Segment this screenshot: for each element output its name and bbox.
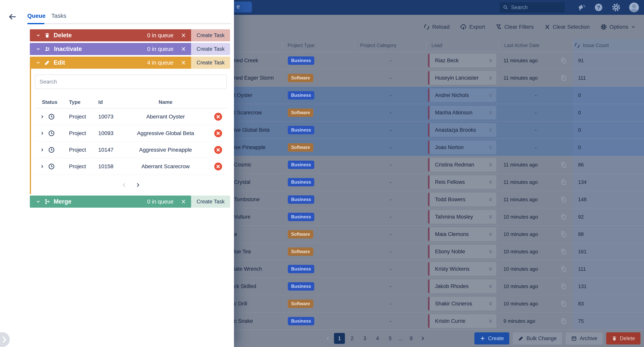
next-page-button[interactable] (418, 333, 427, 344)
queue-bar-inactivate-header[interactable]: Inactivate 0 in queue (30, 43, 191, 55)
archive-button[interactable]: Archive (566, 332, 603, 344)
table-row[interactable]: t Oyster Business - Andrei Nichols - 0 (234, 87, 644, 104)
table-row[interactable]: ck Skilled Business - Jakob Rhodes 10 mi… (234, 278, 644, 295)
column-header-last-active[interactable]: Last Active Date (499, 39, 573, 52)
lead-dropdown[interactable]: Kristy Wickens (428, 262, 496, 276)
lead-dropdown[interactable]: Kristin Currie (428, 314, 496, 328)
table-row[interactable]: ive Global Beta Business - Anastazja Bro… (234, 121, 644, 139)
lead-dropdown[interactable]: Jakob Rhodes (428, 279, 496, 293)
copy-icon[interactable] (560, 179, 567, 186)
user-avatar[interactable] (629, 3, 639, 12)
next-page-icon[interactable] (135, 182, 141, 188)
create-task-button[interactable]: Create Task (191, 29, 230, 41)
lead-dropdown[interactable]: Joao Norton (428, 141, 496, 154)
table-row[interactable]: a Software - Maia Clemons 10 minutes ago… (234, 226, 644, 243)
tab-tasks[interactable]: Tasks (51, 13, 66, 19)
remove-item-button[interactable] (214, 162, 222, 171)
remove-item-button[interactable] (214, 146, 222, 154)
table-row[interactable]: t Scarecrow Software - Manha Atkinson - … (234, 104, 644, 121)
options-button[interactable]: Options (600, 24, 636, 30)
page-button[interactable]: 4 (372, 333, 383, 344)
copy-icon[interactable] (560, 317, 567, 324)
chevron-down-icon[interactable] (36, 33, 41, 38)
lead-dropdown[interactable]: Andrei Nichols (428, 88, 496, 102)
column-header-project-type[interactable]: Project Type (282, 39, 355, 52)
previous-page-icon[interactable] (121, 182, 127, 188)
remove-item-button[interactable] (214, 112, 222, 121)
lead-dropdown[interactable]: Huseyin Lancaster (428, 71, 496, 85)
megaphone-icon[interactable] (577, 3, 586, 12)
remove-item-button[interactable] (214, 129, 222, 138)
copy-icon[interactable] (560, 248, 567, 255)
copy-icon[interactable] (560, 74, 567, 81)
table-row[interactable]: c Drill Software - Shakir Cisneros 10 mi… (234, 295, 644, 312)
lead-dropdown[interactable]: Tahmina Mosley (428, 210, 496, 224)
lead-dropdown[interactable]: Cristina Redman (428, 158, 496, 172)
table-row[interactable]: ned Creek Business - Riaz Beck 11 minute… (234, 52, 644, 69)
table-row[interactable]: Crystal Business - Reis Fellows 11 minut… (234, 174, 644, 191)
lead-dropdown[interactable]: Shakir Cisneros (428, 297, 496, 310)
table-row[interactable]: ned Eager Storm Software - Huseyin Lanca… (234, 69, 644, 87)
create-button[interactable]: Create (474, 332, 509, 344)
expand-chevron-icon[interactable] (40, 131, 44, 135)
copy-icon[interactable] (560, 213, 567, 220)
column-header-lead[interactable]: Lead (426, 39, 499, 52)
reload-button[interactable]: Reload (424, 24, 450, 30)
lead-dropdown[interactable]: Maia Clemons (428, 227, 496, 241)
copy-icon[interactable] (560, 265, 567, 272)
table-row[interactable]: lue Tea Software - Ebony Noble 10 minute… (234, 243, 644, 260)
page-button-active[interactable]: 1 (334, 333, 345, 344)
copy-icon[interactable] (560, 161, 567, 168)
copy-icon[interactable] (560, 231, 567, 238)
close-icon[interactable] (181, 47, 186, 52)
bulk-change-button[interactable]: Bulk Change (513, 332, 562, 344)
table-row[interactable]: Vulture Business - Tahmina Mosley 10 min… (234, 208, 644, 226)
create-task-button[interactable]: Create Task (191, 196, 230, 208)
close-icon[interactable] (181, 199, 186, 204)
chevron-up-icon[interactable] (36, 60, 41, 65)
chevron-down-icon[interactable] (36, 199, 41, 204)
expand-chevron-icon[interactable] (40, 164, 44, 169)
help-icon[interactable]: ? (594, 3, 603, 12)
lead-dropdown[interactable]: Todd Bowers (428, 193, 496, 206)
table-row[interactable]: ive Pineapple Software - Joao Norton - 0 (234, 139, 644, 156)
close-icon[interactable] (181, 60, 186, 65)
delete-button[interactable]: Delete (606, 332, 640, 344)
export-button[interactable]: Export (460, 24, 485, 30)
lead-dropdown[interactable]: Manha Atkinson (428, 106, 496, 119)
chevron-down-icon[interactable] (36, 47, 41, 52)
settings-gear-icon[interactable] (612, 3, 620, 12)
table-row[interactable]: Tombstone Business - Todd Bowers 11 minu… (234, 191, 644, 208)
copy-icon[interactable] (560, 283, 567, 290)
lead-dropdown[interactable]: Ebony Noble (428, 245, 496, 258)
clear-filters-button[interactable]: Clear Filters (496, 24, 534, 30)
copy-icon[interactable] (560, 300, 567, 307)
back-button[interactable] (8, 13, 17, 21)
column-header-project-category[interactable]: Project Category (355, 39, 426, 52)
queue-bar-merge-header[interactable]: Merge 0 in queue (30, 196, 191, 208)
previous-page-button[interactable] (324, 333, 332, 344)
create-task-button[interactable]: Create Task (191, 57, 230, 69)
page-button[interactable]: 8 (406, 333, 417, 344)
table-row[interactable]: Cosmic Business - Cristina Redman 11 min… (234, 156, 644, 174)
tab-queue[interactable]: Queue (27, 13, 46, 19)
create-task-button[interactable]: Create Task (191, 43, 230, 55)
page-button[interactable]: 3 (359, 333, 370, 344)
page-button[interactable]: 5 (385, 333, 396, 344)
queue-bar-edit-header[interactable]: Edit 4 in queue (30, 57, 191, 69)
global-search-input[interactable]: Search (499, 2, 565, 13)
clear-selection-button[interactable]: Clear Selection (544, 24, 590, 30)
column-header-issue-count[interactable]: Issue Count (573, 39, 644, 52)
queue-bar-delete-header[interactable]: Delete 0 in queue (30, 29, 191, 41)
queue-search-input[interactable] (35, 75, 227, 89)
lead-dropdown[interactable]: Riaz Beck (428, 54, 496, 67)
lead-dropdown[interactable]: Anastazja Brooks (428, 123, 496, 137)
expand-chevron-icon[interactable] (40, 148, 44, 152)
close-icon[interactable] (181, 33, 186, 38)
table-row[interactable]: iate Wrench Business - Kristy Wickens 10… (234, 260, 644, 278)
expand-chevron-icon[interactable] (40, 115, 44, 119)
copy-icon[interactable] (560, 57, 567, 64)
table-row[interactable]: c Snake Business - Kristin Currie 9 minu… (234, 312, 644, 330)
copy-icon[interactable] (560, 196, 567, 203)
lead-dropdown[interactable]: Reis Fellows (428, 175, 496, 189)
